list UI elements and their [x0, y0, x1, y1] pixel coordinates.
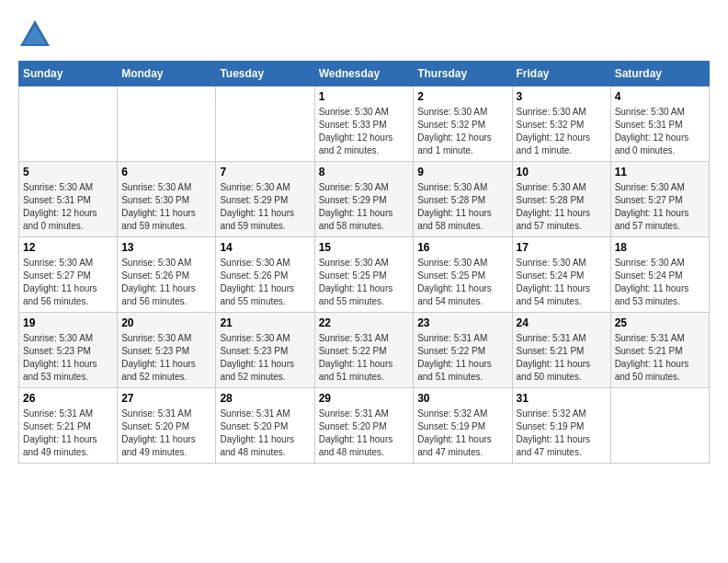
- calendar-cell: 8Sunrise: 5:30 AM Sunset: 5:29 PM Daylig…: [314, 162, 414, 237]
- day-info: Sunrise: 5:31 AM Sunset: 5:22 PM Dayligh…: [319, 332, 410, 384]
- column-header-sunday: Sunday: [19, 62, 118, 86]
- day-number: 23: [417, 316, 507, 329]
- calendar-week-4: 19Sunrise: 5:30 AM Sunset: 5:23 PM Dayli…: [19, 313, 710, 388]
- day-info: Sunrise: 5:30 AM Sunset: 5:28 PM Dayligh…: [517, 181, 607, 233]
- column-header-saturday: Saturday: [610, 62, 709, 86]
- day-number: 13: [121, 241, 211, 254]
- day-info: Sunrise: 5:31 AM Sunset: 5:22 PM Dayligh…: [417, 332, 507, 384]
- day-number: 4: [615, 90, 705, 103]
- day-number: 29: [319, 392, 410, 405]
- day-info: Sunrise: 5:30 AM Sunset: 5:32 PM Dayligh…: [417, 106, 507, 157]
- day-number: 2: [417, 90, 507, 103]
- day-info: Sunrise: 5:30 AM Sunset: 5:24 PM Dayligh…: [615, 257, 705, 308]
- day-number: 31: [517, 392, 607, 405]
- column-header-friday: Friday: [512, 62, 610, 86]
- calendar-header-row: SundayMondayTuesdayWednesdayThursdayFrid…: [19, 62, 710, 86]
- day-number: 20: [121, 316, 211, 329]
- day-number: 10: [517, 166, 607, 178]
- day-info: Sunrise: 5:30 AM Sunset: 5:31 PM Dayligh…: [615, 106, 705, 157]
- calendar-cell: [610, 388, 709, 464]
- calendar-cell: 30Sunrise: 5:32 AM Sunset: 5:19 PM Dayli…: [414, 388, 512, 464]
- day-number: 3: [517, 90, 607, 103]
- column-header-tuesday: Tuesday: [216, 62, 314, 86]
- day-number: 18: [615, 241, 705, 254]
- calendar-cell: 7Sunrise: 5:30 AM Sunset: 5:29 PM Daylig…: [216, 162, 314, 237]
- day-number: 26: [23, 392, 113, 405]
- day-info: Sunrise: 5:31 AM Sunset: 5:21 PM Dayligh…: [23, 408, 113, 459]
- calendar-cell: 25Sunrise: 5:31 AM Sunset: 5:21 PM Dayli…: [610, 313, 709, 388]
- day-info: Sunrise: 5:30 AM Sunset: 5:27 PM Dayligh…: [23, 257, 113, 308]
- day-info: Sunrise: 5:30 AM Sunset: 5:30 PM Dayligh…: [121, 181, 211, 233]
- calendar-week-5: 26Sunrise: 5:31 AM Sunset: 5:21 PM Dayli…: [19, 388, 710, 464]
- calendar-cell: 17Sunrise: 5:30 AM Sunset: 5:24 PM Dayli…: [512, 237, 610, 313]
- calendar-cell: 23Sunrise: 5:31 AM Sunset: 5:22 PM Dayli…: [414, 313, 512, 388]
- calendar-week-2: 5Sunrise: 5:30 AM Sunset: 5:31 PM Daylig…: [19, 162, 710, 237]
- day-number: 21: [220, 316, 310, 329]
- day-info: Sunrise: 5:31 AM Sunset: 5:20 PM Dayligh…: [319, 408, 410, 459]
- logo-icon: [18, 18, 51, 52]
- day-number: 9: [417, 166, 507, 178]
- calendar-cell: 12Sunrise: 5:30 AM Sunset: 5:27 PM Dayli…: [19, 237, 118, 313]
- day-number: 12: [23, 241, 113, 254]
- day-number: 7: [220, 166, 310, 178]
- day-number: 25: [615, 316, 705, 329]
- day-info: Sunrise: 5:30 AM Sunset: 5:26 PM Dayligh…: [121, 257, 211, 308]
- calendar-table: SundayMondayTuesdayWednesdayThursdayFrid…: [18, 61, 710, 464]
- page-header: [18, 18, 710, 52]
- calendar-cell: 1Sunrise: 5:30 AM Sunset: 5:33 PM Daylig…: [314, 86, 414, 162]
- calendar-cell: 9Sunrise: 5:30 AM Sunset: 5:28 PM Daylig…: [414, 162, 512, 237]
- calendar-week-1: 1Sunrise: 5:30 AM Sunset: 5:33 PM Daylig…: [19, 86, 710, 162]
- day-info: Sunrise: 5:30 AM Sunset: 5:31 PM Dayligh…: [23, 181, 113, 233]
- day-info: Sunrise: 5:30 AM Sunset: 5:32 PM Dayligh…: [517, 106, 607, 157]
- day-info: Sunrise: 5:30 AM Sunset: 5:25 PM Dayligh…: [319, 257, 410, 308]
- calendar-cell: 24Sunrise: 5:31 AM Sunset: 5:21 PM Dayli…: [512, 313, 610, 388]
- logo: [18, 18, 57, 52]
- calendar-cell: 5Sunrise: 5:30 AM Sunset: 5:31 PM Daylig…: [19, 162, 118, 237]
- calendar-cell: 27Sunrise: 5:31 AM Sunset: 5:20 PM Dayli…: [118, 388, 216, 464]
- day-info: Sunrise: 5:30 AM Sunset: 5:24 PM Dayligh…: [517, 257, 607, 308]
- calendar-cell: 29Sunrise: 5:31 AM Sunset: 5:20 PM Dayli…: [314, 388, 414, 464]
- column-header-wednesday: Wednesday: [314, 62, 414, 86]
- day-info: Sunrise: 5:31 AM Sunset: 5:21 PM Dayligh…: [615, 332, 705, 384]
- calendar-cell: 10Sunrise: 5:30 AM Sunset: 5:28 PM Dayli…: [512, 162, 610, 237]
- calendar-cell: [19, 86, 118, 162]
- calendar-cell: 4Sunrise: 5:30 AM Sunset: 5:31 PM Daylig…: [610, 86, 709, 162]
- day-number: 27: [121, 392, 211, 405]
- calendar-cell: 22Sunrise: 5:31 AM Sunset: 5:22 PM Dayli…: [314, 313, 414, 388]
- calendar-cell: 18Sunrise: 5:30 AM Sunset: 5:24 PM Dayli…: [610, 237, 709, 313]
- calendar-cell: 31Sunrise: 5:32 AM Sunset: 5:19 PM Dayli…: [512, 388, 610, 464]
- day-info: Sunrise: 5:31 AM Sunset: 5:21 PM Dayligh…: [517, 332, 607, 384]
- day-number: 17: [517, 241, 607, 254]
- calendar-cell: 6Sunrise: 5:30 AM Sunset: 5:30 PM Daylig…: [118, 162, 216, 237]
- day-number: 22: [319, 316, 410, 329]
- calendar-cell: 11Sunrise: 5:30 AM Sunset: 5:27 PM Dayli…: [610, 162, 709, 237]
- calendar-week-3: 12Sunrise: 5:30 AM Sunset: 5:27 PM Dayli…: [19, 237, 710, 313]
- column-header-thursday: Thursday: [414, 62, 512, 86]
- calendar-cell: 19Sunrise: 5:30 AM Sunset: 5:23 PM Dayli…: [19, 313, 118, 388]
- day-info: Sunrise: 5:32 AM Sunset: 5:19 PM Dayligh…: [417, 408, 507, 459]
- day-info: Sunrise: 5:31 AM Sunset: 5:20 PM Dayligh…: [220, 408, 310, 459]
- day-number: 8: [319, 166, 410, 178]
- day-number: 5: [23, 166, 113, 178]
- day-number: 19: [23, 316, 113, 329]
- calendar-cell: 3Sunrise: 5:30 AM Sunset: 5:32 PM Daylig…: [512, 86, 610, 162]
- calendar-cell: [216, 86, 314, 162]
- calendar-cell: 14Sunrise: 5:30 AM Sunset: 5:26 PM Dayli…: [216, 237, 314, 313]
- day-info: Sunrise: 5:30 AM Sunset: 5:27 PM Dayligh…: [615, 181, 705, 233]
- day-info: Sunrise: 5:30 AM Sunset: 5:28 PM Dayligh…: [417, 181, 507, 233]
- day-info: Sunrise: 5:30 AM Sunset: 5:23 PM Dayligh…: [23, 332, 113, 384]
- calendar-cell: 28Sunrise: 5:31 AM Sunset: 5:20 PM Dayli…: [216, 388, 314, 464]
- day-number: 1: [319, 90, 410, 103]
- calendar-cell: [118, 86, 216, 162]
- day-info: Sunrise: 5:32 AM Sunset: 5:19 PM Dayligh…: [517, 408, 607, 459]
- day-info: Sunrise: 5:30 AM Sunset: 5:26 PM Dayligh…: [220, 257, 310, 308]
- day-number: 6: [121, 166, 211, 178]
- day-info: Sunrise: 5:30 AM Sunset: 5:29 PM Dayligh…: [220, 181, 310, 233]
- calendar-cell: 2Sunrise: 5:30 AM Sunset: 5:32 PM Daylig…: [414, 86, 512, 162]
- calendar-cell: 15Sunrise: 5:30 AM Sunset: 5:25 PM Dayli…: [314, 237, 414, 313]
- day-info: Sunrise: 5:31 AM Sunset: 5:20 PM Dayligh…: [121, 408, 211, 459]
- column-header-monday: Monday: [118, 62, 216, 86]
- calendar-cell: 21Sunrise: 5:30 AM Sunset: 5:23 PM Dayli…: [216, 313, 314, 388]
- day-number: 28: [220, 392, 310, 405]
- day-info: Sunrise: 5:30 AM Sunset: 5:33 PM Dayligh…: [319, 106, 410, 157]
